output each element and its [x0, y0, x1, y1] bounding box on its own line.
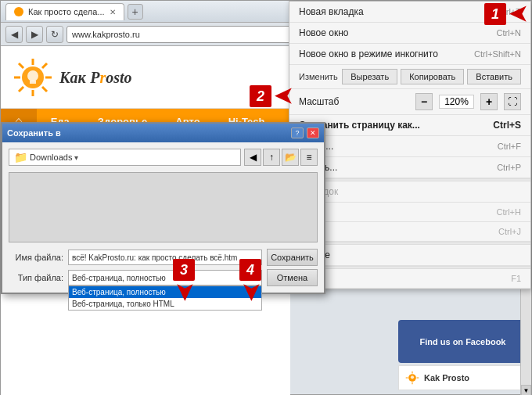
svg-line-9 [42, 87, 47, 92]
cancel-button[interactable]: Отмена [267, 269, 318, 286]
back-btn[interactable]: ◀ [5, 26, 23, 43]
annotation-2: 2 ➤ [250, 85, 293, 107]
filetype-select[interactable]: Веб-страница, полностью ▾ [68, 270, 262, 285]
dialog-titlebar: Сохранить в ? ✕ [2, 124, 324, 142]
edit-label: Изменить [299, 72, 339, 81]
svg-line-11 [19, 87, 23, 92]
new-window-label: Новое окно [299, 27, 349, 38]
filetype-select-container: Веб-страница, полностью ▾ Веб-страница, … [68, 270, 262, 285]
folder-selector[interactable]: 📁 Downloads ▾ [9, 149, 241, 166]
save-page-shortcut: Ctrl+S [493, 120, 521, 131]
anno-arrow-4: ➤ [239, 283, 261, 301]
dialog-up-btn[interactable]: ↑ [263, 149, 280, 166]
new-tab-label: Новая вкладка [299, 6, 364, 17]
svg-rect-13 [30, 81, 36, 84]
tab-close-btn[interactable]: ✕ [110, 8, 116, 16]
incognito-shortcut: Ctrl+Shift+N [474, 49, 521, 59]
settings-item[interactable]: chrome [289, 245, 530, 266]
tab-title: Как просто сдела... [28, 7, 105, 16]
downloads-shortcut: Ctrl+J [498, 227, 521, 236]
anno-num-4: 4 [239, 259, 261, 281]
clipboard-row: Изменить Вырезать Копировать Вставить [289, 65, 530, 89]
svg-point-12 [27, 70, 38, 81]
folder-name: Downloads [30, 153, 72, 162]
filename-input[interactable] [68, 250, 262, 265]
facebook-banner[interactable]: Find us on Facebook [398, 320, 527, 363]
anno-arrow-2: ➤ [275, 85, 293, 107]
annotation-4: 4 ➤ [239, 259, 261, 303]
logo-kak: Как [59, 69, 86, 86]
new-tab-btn[interactable]: + [128, 4, 143, 20]
anno-num-1: 1 [484, 3, 506, 25]
incognito-label: Новое окно в режиме инкогнито [299, 48, 438, 59]
filetype-option-fullpage[interactable]: Веб-страница, полностью [69, 286, 261, 298]
filetype-option-html[interactable]: Веб-страница, только HTML [69, 298, 261, 310]
logo-prosto: Prosto [90, 69, 131, 86]
help-item[interactable]: F1 [289, 269, 530, 289]
dialog-close-btn[interactable]: ✕ [307, 127, 319, 138]
copy-btn[interactable]: Копировать [401, 69, 464, 84]
tab-favicon [14, 7, 23, 16]
dialog-nav-icons: ◀ ↑ 📂 ≡ [244, 149, 318, 166]
folder-dropdown-arrow: ▾ [74, 153, 78, 162]
kakprosto-bottom-widget: Kak Prosto [398, 365, 527, 390]
filetype-value: Веб-страница, полностью [72, 274, 166, 282]
site-header: Как Prosto [1, 46, 290, 109]
zoom-label: Масштаб [299, 96, 409, 107]
refresh-btn[interactable]: ↻ [46, 26, 63, 43]
dialog-new-folder-btn[interactable]: 📂 [282, 149, 299, 166]
print-item[interactable]: Печать... Ctrl+P [289, 157, 530, 178]
filetype-dropdown: Веб-страница, полностью Веб-страница, то… [68, 285, 262, 311]
kp-brand-name: Kak Prosto [424, 373, 469, 382]
downloads-item[interactable]: Ctrl+J [289, 222, 530, 242]
new-window-item[interactable]: Новое окно Ctrl+N [289, 23, 530, 44]
zoom-fullscreen-btn[interactable]: ⛶ [504, 93, 521, 110]
facebook-text: Find us on Facebook [419, 337, 505, 347]
kp-logo-icon [405, 371, 419, 385]
zoom-row: Масштаб − 120% + ⛶ [289, 89, 530, 115]
zoom-minus-btn[interactable]: − [415, 93, 433, 110]
url-text: www.kakprosto.ru [72, 30, 140, 39]
folder-icon: 📁 [14, 151, 27, 163]
save-page-item[interactable]: Сохранить страницу как... Ctrl+S [289, 115, 530, 136]
filename-label: Имя файла: [9, 253, 63, 262]
anno-arrow-1: ➤ [509, 3, 527, 25]
new-window-shortcut: Ctrl+N [497, 28, 521, 38]
dialog-back-btn[interactable]: ◀ [244, 149, 261, 166]
logo: Как Prosto [13, 57, 132, 98]
filename-row: Имя файла: Сохранить [9, 249, 318, 266]
annotation-1: 1 ➤ [484, 3, 527, 25]
save-button[interactable]: Сохранить [267, 249, 318, 266]
svg-line-8 [19, 63, 23, 68]
zoom-value: 120% [439, 95, 474, 109]
help-shortcut: F1 [511, 274, 521, 283]
browser-window: Как просто сдела... ✕ + _ □ ✕ ◀ ▶ ↻ www.… [0, 0, 532, 395]
filetype-label: Тип файла: [9, 273, 63, 282]
anno-num-3: 3 [173, 259, 195, 281]
bookmarks-item[interactable]: закладок [289, 181, 530, 203]
annotation-3: 3 ➤ [173, 259, 195, 303]
logo-icon [13, 57, 53, 98]
filetype-row: Тип файла: Веб-страница, полностью ▾ Веб… [9, 269, 318, 286]
save-dialog: Сохранить в ? ✕ 📁 Downloads ▾ ◀ ↑ 📂 ≡ [1, 122, 325, 294]
history-item[interactable]: Ctrl+H [289, 203, 530, 222]
cut-btn[interactable]: Вырезать [342, 69, 397, 84]
anno-num-2: 2 [250, 85, 271, 107]
dialog-footer: Имя файла: Сохранить Тип файла: Веб-стра… [9, 249, 318, 286]
scroll-down-btn[interactable]: ▼ [521, 385, 531, 395]
active-tab[interactable]: Как просто сдела... ✕ [5, 3, 124, 20]
location-bar: 📁 Downloads ▾ ◀ ↑ 📂 ≡ [9, 149, 318, 166]
find-shortcut: Ctrl+F [498, 142, 521, 151]
dialog-view-btn[interactable]: ≡ [300, 149, 318, 166]
anno-arrow-3: ➤ [173, 283, 195, 301]
forward-btn[interactable]: ▶ [26, 26, 43, 43]
file-area [9, 172, 318, 242]
zoom-plus-btn[interactable]: + [480, 93, 498, 110]
svg-line-10 [42, 63, 47, 68]
dialog-body: 📁 Downloads ▾ ◀ ↑ 📂 ≡ Имя файла: С [2, 142, 324, 293]
find-item[interactable]: Найти... Ctrl+F [289, 136, 530, 157]
incognito-item[interactable]: Новое окно в режиме инкогнито Ctrl+Shift… [289, 44, 530, 65]
dialog-help-btn[interactable]: ? [291, 127, 304, 138]
history-shortcut: Ctrl+H [497, 207, 521, 217]
paste-btn[interactable]: Вставить [467, 69, 521, 84]
